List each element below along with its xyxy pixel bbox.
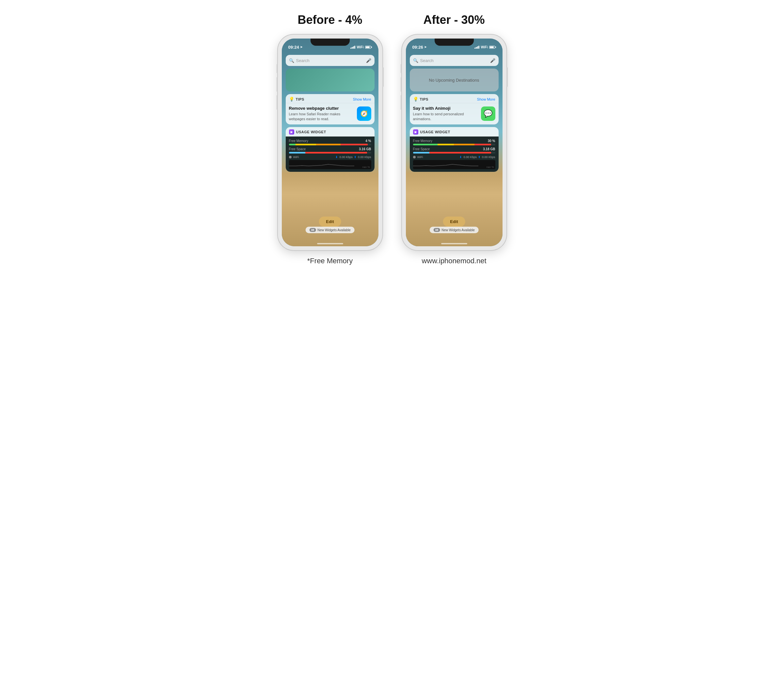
before-tips-title: Remove webpage clutter bbox=[289, 106, 354, 111]
after-messages-icon: 💬 bbox=[481, 107, 495, 121]
after-memory-bar bbox=[413, 144, 495, 145]
before-home-indicator bbox=[317, 243, 343, 244]
before-tips-header: 💡 TIPS Show More bbox=[286, 94, 374, 103]
after-wifi-label: WiFi bbox=[417, 155, 423, 159]
after-usage-widget: ▣ USAGE WIDGET Free Memory 30 % bbox=[410, 127, 499, 172]
before-usage-header: ▣ USAGE WIDGET bbox=[286, 127, 374, 137]
before-ul-speed: 0.00 Kbps bbox=[358, 155, 371, 159]
mic-icon: 🎤 bbox=[366, 58, 371, 63]
after-space-row: Free Space 3.18 GB bbox=[413, 147, 495, 153]
after-memory-row: Free Memory 30 % bbox=[413, 139, 495, 145]
after-status-icons: WiFi bbox=[474, 45, 496, 49]
before-wifi-label: WiFi bbox=[293, 155, 299, 159]
after-space-label: Free Space bbox=[413, 147, 430, 151]
after-search-icon: 🔍 bbox=[413, 58, 418, 63]
before-edit-button[interactable]: Edit bbox=[319, 217, 341, 227]
after-usage-label: USAGE WIDGET bbox=[420, 130, 450, 134]
before-bottom-label: *Free Memory bbox=[307, 257, 352, 265]
before-tips-text: Remove webpage clutter Learn how Safari … bbox=[289, 106, 354, 122]
after-time: 09:26 ➤ bbox=[412, 45, 427, 49]
after-title: After - 30% bbox=[423, 13, 484, 27]
after-notch bbox=[435, 38, 474, 46]
before-maps-widget bbox=[286, 69, 374, 91]
after-home-indicator bbox=[441, 243, 467, 244]
power-button bbox=[382, 67, 384, 87]
before-tips-label: TIPS bbox=[296, 97, 304, 101]
after-search-text: Search bbox=[420, 58, 488, 63]
after-tips-widget: 💡 TIPS Show More Say it with Animoji Lea… bbox=[410, 94, 499, 124]
after-wifi-dot bbox=[413, 156, 416, 158]
after-tips-label: TIPS bbox=[420, 97, 428, 101]
before-tips-content: Remove webpage clutter Learn how Safari … bbox=[286, 103, 374, 124]
after-signal-icon bbox=[474, 46, 479, 49]
compass-icon: 🧭 bbox=[361, 110, 368, 117]
before-search-bar[interactable]: 🔍 Search 🎤 bbox=[286, 55, 374, 66]
after-location-icon: ➤ bbox=[424, 45, 427, 49]
upload-icon: ⬆ bbox=[354, 155, 357, 159]
after-new-widgets-badge: 38 New Widgets Available bbox=[429, 227, 479, 233]
before-search-text: Search bbox=[296, 58, 364, 63]
after-network-graph: nan % bbox=[413, 160, 495, 169]
before-memory-label: Free Memory bbox=[289, 139, 308, 143]
before-memory-bar bbox=[289, 144, 371, 145]
after-tips-text: Say it with Animoji Learn how to send pe… bbox=[413, 106, 478, 122]
before-usage-icon: ▣ bbox=[289, 129, 294, 135]
vol-down-button bbox=[277, 95, 278, 110]
before-usage-label: USAGE WIDGET bbox=[296, 130, 326, 134]
before-space-bar bbox=[289, 152, 371, 153]
after-wifi-icon: WiFi bbox=[481, 45, 488, 49]
after-tips-left: 💡 TIPS bbox=[413, 97, 428, 102]
before-usage-widget: ▣ USAGE WIDGET Free Memory 4 % bbox=[286, 127, 374, 172]
after-ul-speed: 0.00 Kbps bbox=[482, 155, 495, 159]
after-memory-label: Free Memory bbox=[413, 139, 432, 143]
before-wifi-speeds: ⬇ 0.00 Kbps ⬆ 0.00 Kbps bbox=[335, 155, 371, 159]
after-usage-content: Free Memory 30 % bbox=[410, 137, 499, 172]
after-upload-icon: ⬆ bbox=[478, 155, 481, 159]
silent-switch bbox=[277, 64, 278, 73]
before-phone-shell: 09:24 ➤ WiFi bbox=[278, 35, 382, 250]
signal-icon bbox=[350, 46, 355, 49]
wifi-icon: WiFi bbox=[357, 45, 364, 49]
after-column: After - 30% 09:26 ➤ bbox=[402, 13, 506, 265]
after-tips-show-more[interactable]: Show More bbox=[477, 97, 495, 101]
after-battery-icon bbox=[489, 46, 496, 49]
after-tips-header: 💡 TIPS Show More bbox=[410, 94, 499, 103]
before-title: Before - 4% bbox=[298, 13, 362, 27]
before-memory-row: Free Memory 4 % bbox=[289, 139, 371, 145]
after-search-bar[interactable]: 🔍 Search 🎤 bbox=[410, 55, 499, 66]
after-vol-down-button bbox=[401, 95, 402, 110]
after-phone-shell: 09:26 ➤ WiFi bbox=[402, 35, 506, 250]
before-column: Before - 4% 09:24 ➤ bbox=[278, 13, 382, 265]
after-bulb-icon: 💡 bbox=[413, 97, 418, 102]
before-network-graph: nan % bbox=[289, 160, 371, 169]
after-dl-speed: 0.00 Kbps bbox=[463, 155, 477, 159]
comparison-container: Before - 4% 09:24 ➤ bbox=[212, 13, 572, 265]
before-status-icons: WiFi bbox=[350, 45, 372, 49]
location-icon: ➤ bbox=[300, 45, 303, 49]
before-usage-content: Free Memory 4 % bbox=[286, 137, 374, 172]
after-maps-widget: No Upcoming Destinations bbox=[410, 69, 499, 91]
after-nan-text: nan % bbox=[486, 166, 494, 168]
vol-up-button bbox=[277, 77, 278, 92]
before-dl-speed: 0.00 Kbps bbox=[339, 155, 352, 159]
before-wifi-row: WiFi ⬇ 0.00 Kbps ⬆ 0.00 Kbps bbox=[289, 155, 371, 159]
before-new-widgets-badge: 38 New Widgets Available bbox=[305, 227, 355, 233]
before-memory-value: 4 % bbox=[366, 139, 371, 143]
after-silent-switch bbox=[401, 64, 402, 73]
before-nan-text: nan % bbox=[362, 166, 370, 168]
after-edit-button[interactable]: Edit bbox=[443, 217, 465, 227]
after-badge-text: New Widgets Available bbox=[441, 228, 475, 232]
bulb-icon: 💡 bbox=[289, 97, 294, 102]
battery-icon bbox=[365, 46, 372, 49]
before-space-label: Free Space bbox=[289, 147, 306, 151]
after-space-bar bbox=[413, 152, 495, 153]
after-tips-title: Say it with Animoji bbox=[413, 106, 478, 111]
after-wifi-speeds: ⬇ 0.00 Kbps ⬆ 0.00 Kbps bbox=[460, 155, 495, 159]
before-safari-icon: 🧭 bbox=[357, 107, 371, 121]
before-badge-text: New Widgets Available bbox=[317, 228, 351, 232]
after-download-icon: ⬇ bbox=[460, 155, 462, 159]
after-bottom-label: www.iphonemod.net bbox=[422, 257, 486, 265]
before-tips-show-more[interactable]: Show More bbox=[353, 97, 371, 101]
before-phone-inner: 09:24 ➤ WiFi bbox=[282, 38, 379, 246]
before-tips-widget: 💡 TIPS Show More Remove webpage clutter … bbox=[286, 94, 374, 124]
